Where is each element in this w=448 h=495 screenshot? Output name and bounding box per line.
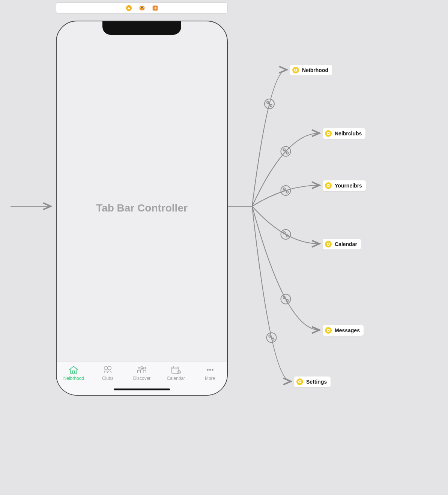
viewcontroller-icon [325,327,332,334]
phone-body: Tab Bar Controller [57,21,227,395]
dots-icon [204,365,216,374]
svg-point-22 [286,191,289,193]
tab-label: Clubs [102,376,114,381]
viewcontroller-icon [325,130,332,137]
svg-point-21 [283,188,286,190]
tab-label: Discover [133,376,151,381]
svg-point-32 [267,333,277,342]
svg-point-14 [270,104,272,106]
destination-yourneibrs[interactable]: Yourneibrs [322,180,366,191]
tab-calendar[interactable]: Calendar [161,365,191,381]
phone-frame: Tab Bar Controller Neibrhood Clubs Disco… [56,21,228,396]
svg-point-9 [207,369,208,370]
viewcontroller-icon [292,67,299,74]
svg-point-26 [286,235,289,237]
toolbar [56,2,228,14]
tab-neibrhood[interactable]: Neibrhood [59,365,89,381]
destination-label: Neibrhood [302,67,328,73]
svg-point-2 [104,366,108,370]
calendar-icon [170,365,182,374]
box-icon[interactable] [139,5,145,11]
svg-point-4 [138,367,140,369]
svg-point-12 [265,99,274,109]
svg-point-18 [286,152,289,154]
svg-point-17 [283,149,286,151]
exit-icon[interactable] [152,5,158,11]
svg-line-19 [284,150,287,153]
svg-point-34 [272,338,274,340]
svg-point-33 [269,335,271,337]
tab-label: More [205,376,215,381]
destination-messages[interactable]: Messages [322,325,364,336]
viewcontroller-icon [325,182,332,189]
svg-point-28 [281,294,291,304]
tab-label: Neibrhood [63,376,84,381]
destination-settings[interactable]: Settings [294,376,331,387]
destination-neibrhood[interactable]: Neibrhood [290,64,332,76]
people-icon [136,365,147,374]
svg-point-13 [267,101,269,104]
svg-point-10 [209,369,211,370]
destination-label: Yourneibrs [335,183,362,189]
svg-line-23 [284,189,287,192]
destination-label: Neibrclubs [335,130,362,136]
tab-clubs[interactable]: Clubs [93,365,123,381]
svg-point-11 [212,369,213,370]
svg-point-5 [141,367,143,369]
svg-point-29 [283,297,286,299]
tab-more[interactable]: More [195,365,225,381]
destination-label: Settings [306,379,327,385]
svg-point-24 [281,230,291,239]
svg-line-35 [270,336,273,339]
svg-point-16 [281,147,291,156]
svg-rect-7 [172,367,179,374]
svg-line-27 [284,233,287,236]
tab-discover[interactable]: Discover [127,365,157,381]
clubs-icon [102,365,113,374]
svg-line-31 [284,298,287,301]
viewcontroller-icon [296,378,303,385]
svg-point-3 [108,366,111,370]
svg-point-6 [144,367,146,369]
destination-calendar[interactable]: Calendar [322,238,361,250]
scene-settings-icon[interactable] [126,5,132,11]
home-indicator [114,388,170,390]
destination-label: Calendar [335,241,357,247]
tab-label: Calendar [167,376,185,381]
svg-point-20 [281,186,291,195]
svg-point-30 [286,300,289,302]
phone-title-label: Tab Bar Controller [96,202,188,214]
destination-label: Messages [335,327,360,333]
house-icon [68,365,79,374]
svg-point-25 [283,232,286,234]
viewcontroller-icon [325,241,332,248]
svg-line-15 [268,102,271,105]
destination-neibrclubs[interactable]: Neibrclubs [322,128,366,139]
